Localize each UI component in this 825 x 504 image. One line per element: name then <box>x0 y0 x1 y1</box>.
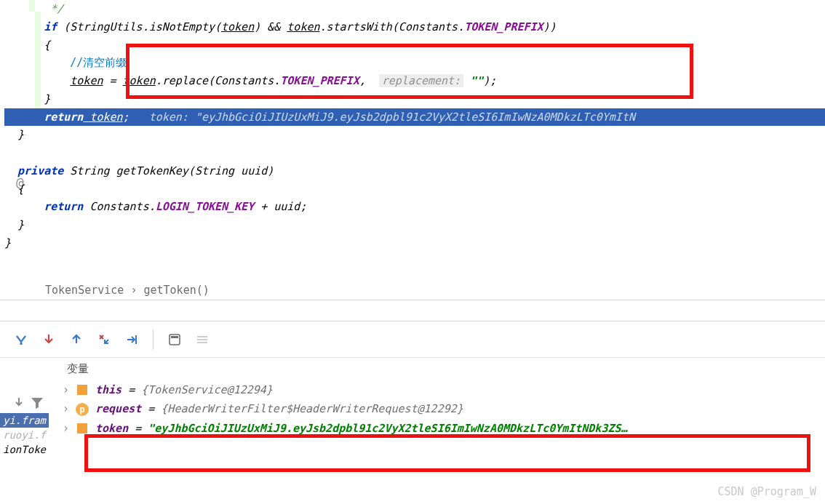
step-into-icon[interactable] <box>36 327 61 352</box>
comment-clear-prefix: //清空前缀 <box>70 56 127 69</box>
filter-icon[interactable] <box>30 396 44 410</box>
keyword-if: if <box>44 20 57 33</box>
run-to-cursor-icon[interactable] <box>119 327 144 352</box>
variables-panel: 变量 › this = {TokenService@12294} ›p requ… <box>0 358 825 489</box>
object-icon <box>76 380 89 399</box>
step-out-icon[interactable] <box>64 327 89 352</box>
expand-icon[interactable]: › <box>63 399 76 418</box>
evaluate-icon[interactable] <box>162 327 187 352</box>
var-row-token[interactable]: › token = "eyJhbGciOiJIUzUxMiJ9.eyJsb2dp… <box>63 419 825 438</box>
step-over-icon[interactable] <box>9 327 33 352</box>
drop-frame-icon[interactable] <box>92 327 116 352</box>
frame-item[interactable]: ionToke <box>0 442 49 457</box>
var-row-request[interactable]: ›p request = {HeaderWriterFilter$HeaderW… <box>63 399 825 418</box>
svg-rect-4 <box>77 385 87 395</box>
svg-rect-0 <box>20 343 23 345</box>
object-icon <box>76 419 89 438</box>
sort-icon[interactable] <box>12 396 25 409</box>
code-text: */ <box>50 2 63 15</box>
svg-rect-1 <box>135 335 137 344</box>
var-row-this[interactable]: › this = {TokenService@12294} <box>63 380 825 399</box>
variables-tab[interactable]: 变量 <box>57 358 825 380</box>
param-icon: p <box>76 403 89 416</box>
execution-line: return token; token: "eyJhbGciOiJIUzUxMi… <box>4 108 825 127</box>
svg-rect-5 <box>77 423 87 433</box>
svg-rect-3 <box>171 336 178 338</box>
watermark: CSDN @Program_W <box>718 485 816 498</box>
frame-item-active[interactable]: yi.fram <box>0 413 49 428</box>
code-area[interactable]: */ if (StringUtils.isNotEmpty(token) && … <box>0 0 825 300</box>
panel-divider[interactable] <box>0 300 825 321</box>
editor-pane: @ */ if (StringUtils.isNotEmpty(token) &… <box>0 0 825 300</box>
expand-icon[interactable]: › <box>63 380 76 399</box>
trace-icon[interactable] <box>190 327 215 352</box>
param-hint: replacement: <box>379 74 463 87</box>
breadcrumb[interactable]: TokenService › getToken() <box>45 284 210 297</box>
frames-stack: yi.fram ruoyi.f ionToke <box>0 413 49 457</box>
frame-item[interactable]: ruoyi.f <box>0 428 49 442</box>
debug-toolbar <box>0 321 825 358</box>
expand-icon[interactable]: › <box>63 419 76 438</box>
